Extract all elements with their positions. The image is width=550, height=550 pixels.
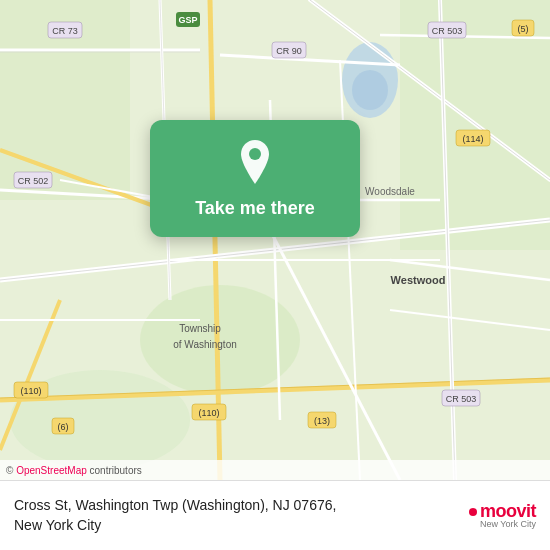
moovit-dot: [469, 508, 477, 516]
svg-text:(110): (110): [198, 408, 219, 418]
moovit-logo-text: moovit: [469, 502, 536, 520]
bottom-bar: Cross St, Washington Twp (Washington), N…: [0, 480, 550, 550]
svg-text:(13): (13): [314, 416, 330, 426]
svg-text:CR 73: CR 73: [52, 26, 78, 36]
location-pin-icon: [229, 136, 281, 188]
address-text: Cross St, Washington Twp (Washington), N…: [14, 496, 459, 535]
svg-point-65: [249, 148, 261, 160]
svg-text:(6): (6): [58, 422, 69, 432]
attribution-text: © OpenStreetMap contributors: [6, 465, 142, 476]
address-line2: New York City: [14, 517, 101, 533]
svg-text:Westwood: Westwood: [391, 274, 446, 286]
take-me-card[interactable]: Take me there: [150, 120, 360, 237]
svg-text:CR 503: CR 503: [432, 26, 463, 36]
svg-text:Woodsdale: Woodsdale: [365, 186, 415, 197]
svg-text:(110): (110): [20, 386, 41, 396]
svg-text:Township: Township: [179, 323, 221, 334]
map-container: CR 73 GSP CR 90 CR 503 CR 502 (114) (5) …: [0, 0, 550, 480]
moovit-logo: moovit New York City: [469, 502, 536, 529]
svg-text:of Washington: of Washington: [173, 339, 237, 350]
svg-text:CR 90: CR 90: [276, 46, 302, 56]
svg-text:GSP: GSP: [178, 15, 197, 25]
svg-text:CR 503: CR 503: [446, 394, 477, 404]
moovit-sub-text: New York City: [480, 520, 536, 529]
svg-point-2: [352, 70, 388, 110]
take-me-there-label: Take me there: [195, 198, 315, 219]
attribution-bar: © OpenStreetMap contributors: [0, 460, 550, 480]
svg-text:(114): (114): [462, 134, 483, 144]
svg-text:(5): (5): [518, 24, 529, 34]
map-svg: CR 73 GSP CR 90 CR 503 CR 502 (114) (5) …: [0, 0, 550, 480]
svg-text:CR 502: CR 502: [18, 176, 49, 186]
address-line1: Cross St, Washington Twp (Washington), N…: [14, 497, 336, 513]
